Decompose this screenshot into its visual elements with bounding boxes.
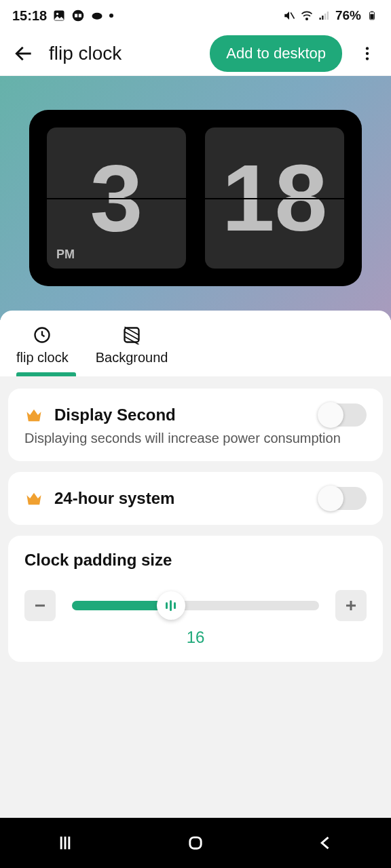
clock-minute-panel: 18: [205, 127, 344, 269]
back-button[interactable]: [10, 39, 38, 68]
padding-value: 16: [24, 628, 367, 647]
hour24-toggle[interactable]: [319, 487, 367, 510]
svg-rect-11: [327, 12, 329, 20]
tab-flip-clock-label: flip clock: [16, 350, 69, 366]
tab-background[interactable]: Background: [96, 326, 168, 366]
battery-icon: [365, 9, 379, 22]
tab-background-label: Background: [96, 350, 168, 366]
nav-recents-button[interactable]: [52, 829, 79, 856]
wifi-icon: [300, 9, 314, 22]
svg-point-16: [366, 52, 369, 54]
add-to-desktop-button[interactable]: Add to desktop: [210, 35, 342, 72]
nav-back-button[interactable]: [312, 829, 339, 856]
signal-icon: [318, 9, 331, 22]
more-menu-button[interactable]: [353, 39, 381, 68]
clock-icon: [33, 326, 52, 344]
status-time: 15:18: [12, 8, 47, 24]
cloud-icon: [90, 9, 104, 22]
gallery-icon: [52, 9, 66, 22]
settings-panel: Display Second Displaying seconds will i…: [0, 376, 391, 818]
svg-rect-14: [371, 12, 373, 12]
clock-minute: 18: [222, 151, 328, 245]
hour24-title: 24-hour system: [54, 489, 308, 508]
svg-rect-10: [324, 14, 326, 20]
svg-point-15: [366, 47, 369, 50]
padding-increase-button[interactable]: [335, 590, 367, 621]
widget-preview: 3 PM 18: [0, 76, 391, 320]
clock-ampm: PM: [56, 248, 75, 262]
svg-rect-8: [319, 18, 320, 20]
svg-rect-4: [79, 14, 81, 18]
svg-rect-13: [370, 14, 373, 19]
svg-point-1: [56, 13, 58, 15]
setting-24-hour: 24-hour system: [8, 472, 383, 525]
svg-rect-9: [322, 16, 323, 20]
display-second-title: Display Second: [54, 406, 308, 425]
setting-display-second: Display Second Displaying seconds will i…: [8, 389, 383, 461]
status-bar: 15:18 76%: [0, 0, 391, 31]
svg-rect-3: [75, 14, 77, 18]
premium-crown-icon: [24, 489, 43, 508]
setting-clock-padding: Clock padding size 16: [8, 536, 383, 662]
padding-title: Clock padding size: [24, 551, 367, 570]
clock-hour: 3: [90, 151, 143, 245]
background-icon: [122, 326, 141, 344]
tabs-bar: flip clock Background: [0, 311, 391, 376]
svg-point-17: [366, 57, 369, 60]
more-notif-icon: [109, 14, 113, 18]
svg-line-6: [291, 13, 294, 19]
mute-icon: [282, 9, 296, 22]
android-nav-bar: [0, 818, 391, 868]
flip-clock-frame: 3 PM 18: [29, 110, 362, 286]
tab-flip-clock[interactable]: flip clock: [16, 326, 69, 366]
padding-decrease-button[interactable]: [24, 590, 56, 621]
battery-text: 76%: [335, 8, 361, 23]
page-title: flip clock: [49, 43, 199, 64]
svg-rect-26: [190, 837, 201, 848]
tab-indicator: [16, 372, 76, 376]
display-second-subtitle: Displaying seconds will increase power c…: [24, 431, 367, 446]
svg-point-7: [306, 18, 308, 20]
display-second-toggle[interactable]: [319, 403, 367, 427]
app-notif-icon: [71, 9, 85, 22]
svg-point-5: [92, 13, 103, 20]
svg-point-2: [73, 10, 84, 22]
premium-crown-icon: [24, 406, 43, 425]
nav-home-button[interactable]: [182, 829, 209, 856]
slider-thumb[interactable]: [157, 591, 185, 620]
app-header: flip clock Add to desktop: [0, 31, 391, 76]
clock-hour-panel: 3 PM: [47, 127, 186, 269]
padding-slider[interactable]: [72, 601, 319, 610]
